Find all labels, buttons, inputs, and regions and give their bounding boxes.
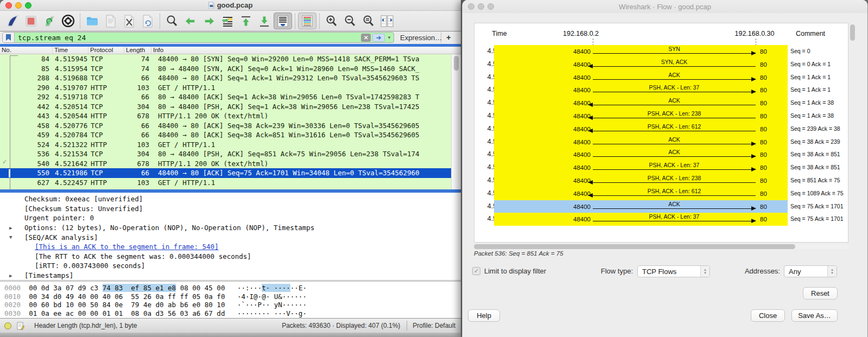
- flow-row[interactable]: 4.520544 48400 PSH, ACK - Len: 612 80 Se…: [474, 123, 848, 136]
- flow-row[interactable]: 4.519688 48400 ACK 80 Seq = 1 Ack = 1: [474, 71, 848, 84]
- flow-row[interactable]: 4.521534 48400 PSH, ACK - Len: 238 80 Se…: [474, 174, 848, 187]
- packet-row[interactable]: 288 4.519688 TCP 66 48400 → 80 [ACK] Seq…: [0, 73, 451, 83]
- packet-row[interactable]: 458 4.520776 TCP 66 48400 → 80 [ACK] Seq…: [0, 121, 451, 131]
- packet-row[interactable]: 627 4.522457 HTTP 103 GET / HTTP/1.1: [0, 178, 451, 188]
- save-as-button[interactable]: Save As…: [791, 309, 838, 322]
- zoom-in-icon[interactable]: [322, 12, 341, 29]
- detail-row[interactable]: Urgent pointer: 0: [0, 213, 461, 223]
- detail-row[interactable]: [iRTT: 0.003743000 seconds]: [0, 261, 461, 271]
- flow-vertical-scrollbar-thumb[interactable]: [850, 24, 855, 41]
- detail-row[interactable]: ▶ [Timestamps]: [0, 271, 461, 280]
- filter-bookmark-icon[interactable]: [3, 33, 15, 42]
- detail-row[interactable]: Checksum: 0xeeac [unverified]: [0, 194, 461, 204]
- column-time[interactable]: Time: [53, 47, 88, 54]
- addresses-select[interactable]: Any ▲▼: [784, 265, 837, 277]
- flow-diagram-canvas[interactable]: Time 192.168.0.2 192.168.0.30 Comment 4.…: [474, 23, 848, 243]
- flow-row[interactable]: 4.515945 48400 SYN 80 Seq = 0: [474, 45, 848, 58]
- detail-row[interactable]: ▶ Options: (12 bytes), No-Operation (NOP…: [0, 223, 461, 233]
- open-file-folder-icon[interactable]: [83, 12, 102, 29]
- packet-row[interactable]: 290 4.519707 HTTP 103 GET / HTTP/1.1: [0, 83, 451, 93]
- packet-details-pane: Checksum: 0xeeac [unverified] [Checksum …: [0, 193, 461, 280]
- zoom-out-icon[interactable]: [341, 12, 359, 29]
- column-no[interactable]: No.: [0, 47, 53, 54]
- scrollbar-thumb[interactable]: [474, 244, 795, 249]
- colorize-packets-icon[interactable]: [298, 12, 316, 29]
- packet-row[interactable]: 550 4.521986 TCP 66 48400 → 80 [ACK] Seq…: [0, 168, 451, 178]
- column-length[interactable]: Length: [124, 47, 151, 54]
- capture-comment-icon[interactable]: [17, 322, 24, 330]
- packet-row[interactable]: 443 4.520544 HTTP 678 HTTP/1.1 200 OK (t…: [0, 111, 451, 121]
- go-back-icon[interactable]: [181, 12, 200, 29]
- packet-row[interactable]: 459 4.520784 TCP 66 48400 → 80 [ACK] Seq…: [0, 130, 451, 140]
- flow-row[interactable]: 4.520784 48400 ACK 80 Seq = 38 Ack = 851: [474, 148, 848, 161]
- hex-row[interactable]: 0010 00 34 d0 49 40 00 40 06 55 26 0a ff…: [4, 293, 461, 301]
- packet-row[interactable]: 442 4.520514 TCP 304 80 → 48400 [PSH, AC…: [0, 102, 451, 112]
- filter-clear-icon[interactable]: ✕: [361, 34, 371, 42]
- detail-row[interactable]: [Checksum Status: Unverified]: [0, 204, 461, 214]
- minimize-traffic-light[interactable]: [15, 2, 22, 9]
- column-info[interactable]: Info: [151, 47, 461, 54]
- packet-row[interactable]: 536 4.521534 TCP 304 80 → 48400 [PSH, AC…: [0, 149, 451, 159]
- go-first-packet-icon[interactable]: [237, 12, 255, 29]
- minimize-traffic-light-inactive[interactable]: [478, 3, 484, 10]
- flow-horizontal-scrollbar[interactable]: [474, 244, 848, 249]
- status-profile[interactable]: Profile: Default: [413, 322, 461, 329]
- resize-columns-icon[interactable]: [378, 12, 396, 29]
- find-packet-icon[interactable]: [163, 12, 181, 29]
- detail-row[interactable]: [This is an ACK to the segment in frame:…: [0, 242, 461, 252]
- auto-scroll-icon[interactable]: [274, 12, 292, 29]
- flow-row[interactable]: 4.520776 48400 ACK 80 Seq = 38 Ack = 239: [474, 136, 848, 149]
- zoom-traffic-light-inactive[interactable]: [487, 3, 494, 10]
- go-to-packet-icon[interactable]: [218, 12, 237, 29]
- close-traffic-light[interactable]: [5, 2, 12, 9]
- flow-row[interactable]: 4.515954 48400 SYN, ACK 80 Seq = 0 Ack =…: [474, 58, 848, 71]
- reset-button[interactable]: Reset: [803, 287, 838, 300]
- tree-expander-icon[interactable]: ▼: [9, 234, 20, 240]
- hex-row[interactable]: 0000 00 0d 3a 07 d9 c3 74 83 ef 85 e1 e8…: [4, 284, 461, 293]
- restart-capture-icon[interactable]: [40, 12, 59, 29]
- expression-button[interactable]: Expression…: [400, 34, 442, 42]
- display-filter-input[interactable]: tcp.stream eq 24 ✕ ➔ ▼: [2, 32, 394, 43]
- zoom-original-icon[interactable]: [359, 12, 378, 29]
- add-filter-button[interactable]: +: [446, 33, 451, 42]
- stop-capture-icon[interactable]: [22, 12, 40, 29]
- wireshark-fin-icon[interactable]: [3, 12, 22, 29]
- detail-row[interactable]: ▼ [SEQ/ACK analysis]: [0, 232, 461, 242]
- go-forward-icon[interactable]: [200, 12, 218, 29]
- flow-row[interactable]: 4.522457 48400 PSH, ACK - Len: 37 80 Seq…: [474, 213, 848, 226]
- flow-row[interactable]: 4.521642 48400 PSH, ACK - Len: 612 80 Se…: [474, 187, 848, 200]
- flow-type-select[interactable]: TCP Flows ▲▼: [637, 265, 710, 277]
- hex-row[interactable]: 0020 00 60 bd 10 00 50 84 0e 79 4e d0 ab…: [4, 301, 461, 309]
- tree-expander-icon[interactable]: ▶: [9, 273, 20, 278]
- zoom-traffic-light[interactable]: [25, 2, 31, 9]
- help-button[interactable]: Help: [468, 309, 500, 322]
- packet-row[interactable]: 292 4.519718 TCP 66 80 → 48400 [ACK] Seq…: [0, 92, 451, 102]
- flow-row[interactable]: 4.520514 48400 PSH, ACK - Len: 238 80 Se…: [474, 110, 848, 123]
- tree-expander-icon[interactable]: ▶: [9, 225, 20, 231]
- flow-row[interactable]: 4.521322 48400 PSH, ACK - Len: 37 80 Seq…: [474, 161, 848, 174]
- flow-row[interactable]: 4.521986 48400 ACK 80 Seq = 75 Ack = 170…: [474, 200, 848, 213]
- close-traffic-light-inactive[interactable]: [468, 3, 474, 10]
- reload-file-icon[interactable]: [138, 12, 157, 29]
- filter-apply-icon[interactable]: ➔: [372, 34, 385, 42]
- go-last-packet-icon[interactable]: [255, 12, 274, 29]
- capture-options-gear-icon[interactable]: [59, 12, 77, 29]
- flow-row[interactable]: 4.519718 48400 ACK 80 Seq = 1 Ack = 38: [474, 97, 848, 110]
- save-file-icon[interactable]: [102, 12, 120, 29]
- packet-row[interactable]: 524 4.521322 HTTP 103 GET / HTTP/1.1: [0, 140, 451, 150]
- packet-row[interactable]: 84 4.515945 TCP 74 48400 → 80 [SYN] Seq=…: [0, 54, 451, 64]
- detail-row[interactable]: [The RTT to ACK the segment was: 0.00034…: [0, 252, 461, 262]
- detail-text: [iRTT: 0.003743000 seconds]: [0, 262, 145, 270]
- packet-list-scrollbar[interactable]: [451, 54, 461, 189]
- close-file-icon[interactable]: [120, 12, 138, 29]
- close-button[interactable]: Close: [751, 309, 785, 322]
- flow-row[interactable]: 4.519707 48400 PSH, ACK - Len: 37 80 Seq…: [474, 84, 848, 97]
- scrollbar-thumb[interactable]: [454, 56, 459, 71]
- hex-row[interactable]: 0030 01 0a ee ac 00 00 01 01 08 0a d3 56…: [4, 309, 461, 318]
- expert-info-icon[interactable]: [4, 322, 11, 329]
- packet-row[interactable]: 540 4.521642 HTTP 678 HTTP/1.1 200 OK (t…: [0, 159, 451, 169]
- column-protocol[interactable]: Protocol: [88, 47, 124, 54]
- filter-dropdown-caret-icon[interactable]: ▼: [387, 35, 391, 40]
- limit-filter-checkbox[interactable]: ✓: [472, 267, 480, 275]
- packet-row[interactable]: 85 4.515954 TCP 74 80 → 48400 [SYN, ACK]…: [0, 64, 451, 74]
